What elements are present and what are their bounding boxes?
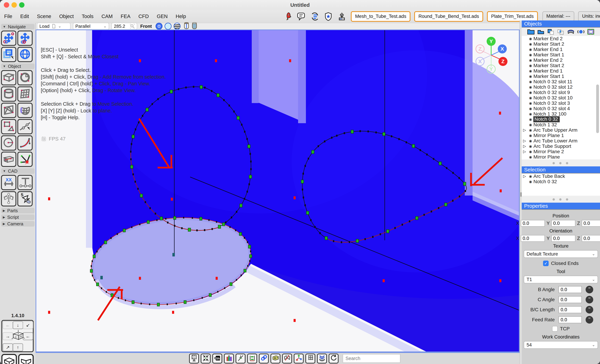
value-knob[interactable] xyxy=(586,286,593,293)
b-c-length-field[interactable] xyxy=(559,306,582,313)
bounds-icon[interactable] xyxy=(587,28,595,35)
menu-object[interactable]: Object xyxy=(59,14,74,19)
object-list-item[interactable]: ◉Marker Start 2 xyxy=(522,41,600,47)
group-icon[interactable] xyxy=(537,28,545,35)
object-visibility-icon[interactable]: ◉ xyxy=(529,74,532,78)
box-tool-button[interactable] xyxy=(1,70,16,85)
object-list-item[interactable]: ◉Notch 0 32 slot 11 xyxy=(522,79,600,84)
surface-icon[interactable] xyxy=(567,28,575,35)
triangle-mesh-tool-button[interactable] xyxy=(1,103,16,118)
object-list-item[interactable]: ◉Marker End 2 xyxy=(522,57,600,63)
shaded-view-button[interactable] xyxy=(156,23,162,30)
pan-orbit-tool-button[interactable] xyxy=(1,30,16,46)
viewport-3d[interactable]: [ESC] - UnselectShift + [Q] - Select & M… xyxy=(36,29,520,352)
menu-cam[interactable]: CAM xyxy=(101,14,112,19)
object-visibility-icon[interactable]: ◉ xyxy=(529,150,532,154)
polygon-tube-tool-button[interactable]: 5 xyxy=(17,191,33,207)
view-box-bottom-button[interactable] xyxy=(18,354,34,364)
load-dropdown[interactable]: Load ⌄ xyxy=(37,23,70,30)
selection-list-item[interactable]: ◉Notch 0 32 xyxy=(522,179,600,184)
selection-list-item[interactable]: ▷◉Arc Tube Back xyxy=(522,173,600,179)
object-visibility-icon[interactable]: ◉ xyxy=(529,64,532,68)
position-z-field[interactable] xyxy=(582,220,600,227)
object-list-item[interactable]: ▷◉Arc Tube Support xyxy=(522,144,600,149)
torus-tool-button[interactable] xyxy=(17,70,33,85)
point-light-tool-button[interactable] xyxy=(17,152,33,167)
value-knob[interactable] xyxy=(586,296,593,303)
orientation-x-field[interactable] xyxy=(521,235,545,242)
search-input[interactable] xyxy=(343,354,400,363)
circle-radius-tool-button[interactable] xyxy=(1,135,16,151)
work-coordinates-dropdown[interactable]: 54⌄ xyxy=(524,341,598,349)
globe-tool-button[interactable] xyxy=(17,47,33,62)
nav-up-button[interactable]: ↑ xyxy=(13,343,23,351)
disclosure-triangle-icon[interactable]: ▷ xyxy=(523,149,528,154)
sidebar-section-script[interactable]: ▶Script xyxy=(1,214,35,220)
shade-button[interactable]: Sh xyxy=(212,354,222,364)
lathe-tool-button[interactable] xyxy=(17,103,33,118)
pan-tool-button[interactable] xyxy=(17,30,33,46)
axis-gizmo[interactable]: Y X Z Z X Y xyxy=(470,34,512,75)
axes-button[interactable]: YZX xyxy=(294,354,304,364)
object-visibility-icon[interactable]: ◉ xyxy=(529,123,532,127)
recent-file-button[interactable]: Round_Tube_Bend_Test.ads xyxy=(414,11,483,22)
layers-button[interactable] xyxy=(317,354,327,364)
object-visibility-icon[interactable]: ◉ xyxy=(529,117,532,121)
object-visibility-icon[interactable]: ◉ xyxy=(529,47,532,52)
object-visibility-icon[interactable]: ◉ xyxy=(529,174,532,178)
sidebar-section-parts[interactable]: ▶Parts xyxy=(1,208,35,213)
value-knob[interactable] xyxy=(586,306,593,313)
object-list-item[interactable]: ◉Notch 0 32 slot 4 xyxy=(522,106,600,111)
beam-xx-tool-button[interactable]: XX xyxy=(1,175,16,190)
object-visibility-icon[interactable]: ◉ xyxy=(529,80,532,84)
object-list-item[interactable]: ▷◉Mirror Plane 2 xyxy=(522,149,600,154)
object-list-item[interactable]: ◉Marker End 1 xyxy=(522,47,600,52)
collapse-button[interactable] xyxy=(201,354,211,364)
object-list-item[interactable]: ◉Marker Start 2 xyxy=(522,63,600,68)
sidebar-section-cad[interactable]: ▼CAD xyxy=(1,168,35,174)
menu-scene[interactable]: Scene xyxy=(37,14,51,19)
zoom-field[interactable]: 285.2 xyxy=(112,23,137,30)
tube-solid-button[interactable] xyxy=(191,22,197,30)
object-visibility-icon[interactable]: ◉ xyxy=(529,85,532,89)
orientation-y-field[interactable] xyxy=(551,235,575,242)
projection-dropdown[interactable]: Parallel ⌄ xyxy=(73,23,109,30)
nav-left-button[interactable]: ← xyxy=(3,321,13,329)
c-angle-field[interactable] xyxy=(559,296,582,303)
object-visibility-icon[interactable]: ◉ xyxy=(529,112,532,116)
object-visibility-icon[interactable]: ◉ xyxy=(529,36,532,41)
sync-list-icon[interactable] xyxy=(310,12,319,21)
copy-icon[interactable] xyxy=(547,28,555,35)
object-visibility-icon[interactable]: ◉ xyxy=(529,101,532,105)
object-list-item[interactable]: ◉Notch 1 32 100 xyxy=(522,111,600,117)
texture-dropdown[interactable]: Default Texture⌄ xyxy=(524,250,598,258)
object-list-item[interactable]: ◉Marker End 2 xyxy=(522,36,600,41)
object-visibility-icon[interactable]: ◉ xyxy=(529,96,532,100)
menu-tools[interactable]: Tools xyxy=(82,14,94,19)
menu-gen[interactable]: GEN xyxy=(157,14,168,19)
object-list-item[interactable]: ◉Notch 0 32 slot 12 xyxy=(522,84,600,90)
object-visibility-icon[interactable]: ◉ xyxy=(529,128,532,132)
mirror-kaleido-tool-button[interactable] xyxy=(1,191,16,207)
nav-down-button[interactable]: ↓ xyxy=(13,321,23,329)
object-visibility-icon[interactable]: ◉ xyxy=(529,180,532,184)
box-select-tool-button[interactable] xyxy=(1,47,16,62)
object-list-item[interactable]: ◉Mirror Plane 1 xyxy=(522,133,600,138)
position-x-field[interactable] xyxy=(521,220,545,227)
sidebar-section-camera[interactable]: ▶Camera xyxy=(1,221,35,227)
object-visibility-icon[interactable]: ◉ xyxy=(529,144,532,148)
menu-edit[interactable]: Edit xyxy=(20,14,29,19)
plane-grid-tool-button[interactable] xyxy=(17,86,33,102)
panel-resize-grip[interactable]: ● ● ● xyxy=(522,159,600,166)
cylinder-tool-button[interactable] xyxy=(1,86,16,102)
disclosure-triangle-icon[interactable]: ▷ xyxy=(523,128,528,132)
object-list-item[interactable]: ◉Notch 1 32 xyxy=(522,122,600,127)
new-folder-icon[interactable] xyxy=(527,28,535,35)
panel-resize-grip[interactable]: ● ● ● xyxy=(522,196,600,203)
snap-line-button[interactable] xyxy=(235,354,245,364)
objects-scrollbar[interactable] xyxy=(596,84,599,133)
disclosure-triangle-icon[interactable]: ▷ xyxy=(523,144,528,148)
object-list-item[interactable]: ◉Notch 0 32 slot 3 xyxy=(522,100,600,106)
nav-up-corner-button[interactable]: ↗ xyxy=(3,343,13,351)
gcode-tag-button[interactable]: G xyxy=(271,354,280,364)
